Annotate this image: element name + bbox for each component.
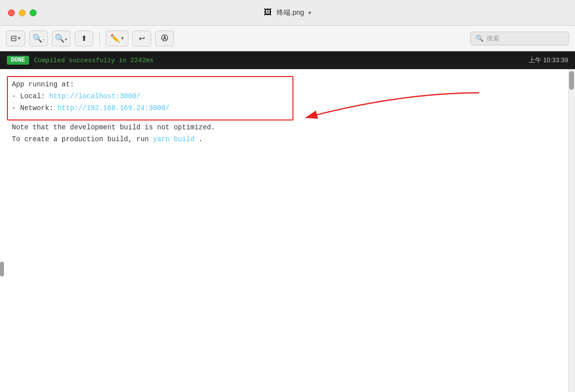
- title-bar: 🖼 终端.png ▾: [0, 0, 575, 26]
- sidebar-toggle-button[interactable]: ⊟ ▾: [6, 31, 25, 46]
- pencil-icon: ✏️: [110, 34, 120, 43]
- yarn-build-command: yarn build: [153, 135, 195, 143]
- local-label: - Local:: [12, 92, 49, 100]
- note-line2: To create a production build, run yarn b…: [12, 134, 563, 146]
- note-line2-suffix: .: [199, 135, 203, 143]
- title-area: 🖼 终端.png ▾: [264, 8, 311, 18]
- app-running-label: App running at:: [12, 79, 563, 91]
- chevron-down-small-icon: ▾: [121, 35, 124, 41]
- zoom-in-icon: 🔍+: [55, 34, 68, 43]
- share-icon: ⬆: [81, 34, 87, 43]
- scrollbar-track[interactable]: [568, 69, 575, 392]
- app-running-block: App running at: - Local: http://localhos…: [12, 79, 563, 114]
- scrollbar-thumb[interactable]: [569, 71, 574, 90]
- left-scrollbar-thumb[interactable]: [0, 262, 4, 276]
- zoom-out-icon: 🔍-: [33, 34, 44, 43]
- annotate-button[interactable]: Ⓐ: [155, 31, 174, 46]
- search-icon: 🔍: [476, 35, 484, 42]
- network-line: - Network: http://192.168.169.24:3000/: [12, 103, 563, 115]
- annotate-icon: Ⓐ: [161, 34, 168, 43]
- status-left: DONE Compiled successfully in 2242ms: [7, 56, 154, 65]
- note-line2-prefix: To create a production build, run: [12, 135, 153, 143]
- share-button[interactable]: ⬆: [75, 31, 93, 46]
- status-bar: DONE Compiled successfully in 2242ms 上午 …: [0, 51, 575, 69]
- local-line: - Local: http://localhost:3000/: [12, 91, 563, 103]
- close-button[interactable]: [8, 9, 15, 16]
- rotate-icon: ↩: [139, 34, 145, 43]
- network-label: - Network:: [12, 104, 57, 112]
- search-placeholder: 搜索: [487, 34, 499, 43]
- sidebar-icon: ⊟: [10, 34, 17, 43]
- file-icon: 🖼: [264, 8, 274, 18]
- chevron-down-icon: ▾: [18, 35, 21, 41]
- status-time: 上午 10:33:39: [529, 56, 568, 65]
- maximize-button[interactable]: [30, 9, 37, 16]
- minimize-button[interactable]: [19, 9, 26, 16]
- note-block: Note that the development build is not o…: [12, 122, 563, 146]
- status-message: Compiled successfully in 2242ms: [34, 57, 154, 64]
- rotate-button[interactable]: ↩: [132, 31, 151, 46]
- zoom-in-button[interactable]: 🔍+: [52, 31, 71, 46]
- local-url-link[interactable]: http://localhost:3000/: [49, 92, 141, 100]
- toolbar: ⊟ ▾ 🔍- 🔍+ ⬆ ✏️ ▾ ↩ Ⓐ 🔍 搜索: [0, 26, 575, 51]
- zoom-out-button[interactable]: 🔍-: [29, 31, 48, 46]
- traffic-lights: [8, 9, 37, 16]
- chevron-down-icon[interactable]: ▾: [308, 9, 311, 16]
- note-line1: Note that the development build is not o…: [12, 122, 563, 134]
- search-box[interactable]: 🔍 搜索: [470, 32, 569, 45]
- main-content: App running at: - Local: http://localhos…: [0, 69, 575, 392]
- done-badge: DONE: [7, 56, 29, 65]
- edit-button[interactable]: ✏️ ▾: [106, 31, 128, 46]
- window-title: 终端.png: [277, 8, 304, 17]
- network-url-link[interactable]: http://192.168.169.24:3000/: [57, 104, 169, 112]
- toolbar-separator: [99, 33, 100, 44]
